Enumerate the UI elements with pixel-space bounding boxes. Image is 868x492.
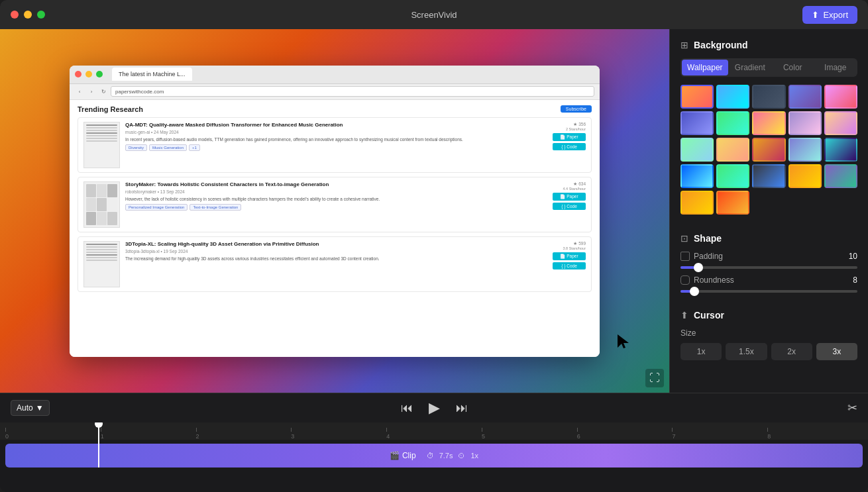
scissors-button[interactable]: ✂ bbox=[847, 401, 857, 415]
paper-tags-2: Personalized Image Generation Text-to-Im… bbox=[125, 204, 547, 211]
wallpaper-15[interactable] bbox=[824, 138, 857, 162]
wallpaper-22[interactable] bbox=[680, 191, 714, 215]
ruler-mark-6: 6 bbox=[577, 428, 673, 440]
paper-tags-1: Diversity Music Generation +1 bbox=[125, 144, 547, 151]
paper-desc-3: The increasing demand for high-quality 3… bbox=[125, 256, 547, 262]
size-3x[interactable]: 3x bbox=[816, 343, 857, 360]
shape-title: Shape bbox=[694, 233, 722, 244]
tab-image[interactable]: Image bbox=[815, 60, 856, 75]
minimize-button[interactable] bbox=[24, 11, 32, 19]
padding-slider[interactable] bbox=[680, 266, 857, 269]
playhead-dot bbox=[95, 422, 103, 428]
paper-meta-3: 3dtopia-3dtopia-xl • 19 Sep 2024 bbox=[125, 249, 547, 254]
wallpaper-10[interactable] bbox=[824, 111, 857, 135]
browser-nav: ‹ › ↻ paperswithcode.com bbox=[70, 84, 600, 100]
roundness-slider[interactable] bbox=[680, 290, 857, 293]
wallpaper-21[interactable] bbox=[824, 164, 857, 188]
wallpaper-12[interactable] bbox=[716, 138, 749, 162]
paper-stat-2: ★ 634 4.4 Stars/hour bbox=[563, 181, 586, 191]
wallpaper-8[interactable] bbox=[752, 111, 785, 135]
size-buttons: 1x 1.5x 2x 3x bbox=[680, 343, 857, 360]
paper-thumb-2 bbox=[83, 181, 120, 228]
background-tabs: Wallpaper Gradient Color Image bbox=[680, 58, 857, 77]
wallpaper-5[interactable] bbox=[824, 85, 857, 109]
clip-bar[interactable]: 🎬 Clip ⏱ 7.7s ⏲ 1x bbox=[5, 444, 863, 467]
shape-section: ⊡ Shape Padding 10 Roundness 8 bbox=[680, 233, 857, 299]
wallpaper-9[interactable] bbox=[788, 111, 822, 135]
padding-thumb[interactable] bbox=[694, 263, 703, 272]
wallpaper-1[interactable] bbox=[680, 85, 714, 109]
rewind-button[interactable]: ⏮ bbox=[393, 401, 421, 415]
size-1x[interactable]: 1x bbox=[680, 343, 722, 360]
wallpaper-3[interactable] bbox=[752, 85, 785, 109]
maximize-button[interactable] bbox=[37, 11, 45, 19]
size-2x[interactable]: 2x bbox=[771, 343, 812, 360]
paper-stat-1: ★ 356 2 Stars/hour bbox=[566, 122, 586, 131]
roundness-value: 8 bbox=[853, 275, 857, 285]
tab-gradient[interactable]: Gradient bbox=[730, 60, 771, 75]
export-button[interactable]: ⬆ Export bbox=[802, 6, 857, 24]
cursor-section-icon: ⬆ bbox=[680, 310, 688, 320]
clip-playhead bbox=[98, 440, 99, 467]
nav-forward: › bbox=[87, 87, 96, 96]
ruler-mark-2: 2 bbox=[196, 428, 292, 440]
ruler-mark-3: 3 bbox=[291, 428, 386, 440]
nav-back: ‹ bbox=[75, 87, 84, 96]
paper-btn-1[interactable]: 📄 Paper bbox=[553, 133, 586, 141]
wallpaper-6[interactable] bbox=[680, 111, 714, 135]
paper-stat-3: ★ 599 3.8 Stars/hour bbox=[563, 241, 586, 250]
wallpaper-16[interactable] bbox=[680, 164, 714, 188]
shape-header: ⊡ Shape bbox=[680, 233, 857, 244]
play-button[interactable]: ▶ bbox=[421, 399, 448, 417]
tab-wallpaper[interactable]: Wallpaper bbox=[682, 60, 728, 75]
wallpaper-11[interactable] bbox=[680, 138, 714, 162]
close-button[interactable] bbox=[11, 11, 19, 19]
paper-info-2: StoryMaker: Towards Holistic Consistent … bbox=[125, 181, 547, 228]
tab-color[interactable]: Color bbox=[772, 60, 813, 75]
padding-value: 10 bbox=[849, 252, 857, 261]
paper-btn-3[interactable]: 📄 Paper bbox=[553, 252, 586, 260]
code-btn-1[interactable]: { } Code bbox=[553, 143, 586, 150]
clip-label: 🎬 Clip bbox=[390, 451, 416, 460]
paper-actions-3: ★ 599 3.8 Stars/hour 📄 Paper { } Code bbox=[553, 241, 586, 287]
roundness-thumb[interactable] bbox=[690, 287, 699, 296]
cursor-header: ⬆ Cursor bbox=[680, 310, 857, 320]
background-section: ⊞ Background Wallpaper Gradient Color Im… bbox=[680, 40, 857, 222]
paper-desc-2: However, the lack of holistic consistenc… bbox=[125, 196, 547, 202]
browser-content: Trending Research Subscribe bbox=[70, 100, 600, 357]
padding-row: Padding 10 bbox=[680, 252, 857, 261]
wallpaper-14[interactable] bbox=[788, 138, 822, 162]
fast-forward-button[interactable]: ⏭ bbox=[448, 401, 476, 415]
subscribe-button[interactable]: Subscribe bbox=[561, 105, 592, 113]
b-maximize bbox=[96, 71, 103, 77]
paper-meta-2: robotstorymaker • 13 Sep 2024 bbox=[125, 189, 547, 194]
clock-icon: ⏱ bbox=[427, 452, 434, 460]
wallpaper-13[interactable] bbox=[752, 138, 785, 162]
clip-track: 🎬 Clip ⏱ 7.7s ⏲ 1x bbox=[0, 440, 868, 492]
wallpaper-23[interactable] bbox=[716, 191, 749, 215]
fullscreen-button[interactable]: ⛶ bbox=[645, 369, 664, 387]
ruler-mark-1: 1 bbox=[101, 428, 196, 440]
b-minimize bbox=[85, 71, 92, 77]
wallpaper-7[interactable] bbox=[716, 111, 749, 135]
paper-card-3: 3DTopia-XL: Scaling High-quality 3D Asse… bbox=[78, 236, 592, 292]
clip-icon: 🎬 bbox=[390, 451, 400, 460]
code-btn-3[interactable]: { } Code bbox=[553, 262, 586, 270]
padding-label: Padding bbox=[680, 252, 723, 261]
wallpaper-2[interactable] bbox=[716, 85, 749, 109]
wallpaper-4[interactable] bbox=[788, 85, 822, 109]
paper-info-3: 3DTopia-XL: Scaling High-quality 3D Asse… bbox=[125, 241, 547, 287]
paper-btn-2[interactable]: 📄 Paper bbox=[553, 193, 586, 201]
wallpaper-19[interactable] bbox=[788, 164, 822, 188]
wallpaper-18[interactable] bbox=[752, 164, 785, 188]
timeline-area: Auto ▼ ⏮ ▶ ⏭ ✂ 0 1 2 3 4 5 bbox=[0, 393, 868, 492]
code-btn-2[interactable]: { } Code bbox=[553, 203, 586, 210]
export-icon: ⬆ bbox=[812, 10, 819, 20]
wallpaper-17[interactable] bbox=[716, 164, 749, 188]
roundness-row: Roundness 8 bbox=[680, 275, 857, 285]
speed-selector[interactable]: Auto ▼ bbox=[11, 400, 50, 416]
paper-title-2: StoryMaker: Towards Holistic Consistent … bbox=[125, 181, 547, 188]
paper-thumb-1 bbox=[83, 122, 120, 168]
paper-actions-1: ★ 356 2 Stars/hour 📄 Paper { } Code bbox=[553, 122, 586, 168]
size-1_5x[interactable]: 1.5x bbox=[726, 343, 767, 360]
